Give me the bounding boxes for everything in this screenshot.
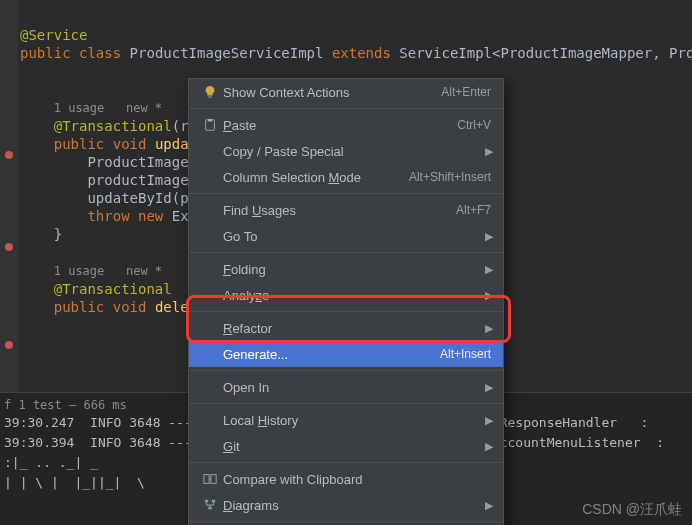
menu-item-label: Open In xyxy=(219,380,491,395)
gutter-override-icon xyxy=(4,150,14,160)
menu-item-label: Local History xyxy=(219,413,491,428)
menu-separator xyxy=(189,193,503,194)
menu-item-label: Paste xyxy=(219,118,457,133)
submenu-arrow-icon: ▶ xyxy=(485,145,493,158)
menu-item-column-selection-mode[interactable]: Column Selection ModeAlt+Shift+Insert xyxy=(189,164,503,190)
menu-shortcut: Ctrl+V xyxy=(457,118,491,132)
menu-item-open-in[interactable]: Open In▶ xyxy=(189,374,503,400)
menu-item-git[interactable]: Git▶ xyxy=(189,433,503,459)
menu-item-label: Copy / Paste Special xyxy=(219,144,491,159)
menu-item-label: Column Selection Mode xyxy=(219,170,409,185)
menu-separator xyxy=(189,462,503,463)
menu-item-label: Compare with Clipboard xyxy=(219,472,491,487)
menu-item-label: Git xyxy=(219,439,491,454)
submenu-arrow-icon: ▶ xyxy=(485,322,493,335)
submenu-arrow-icon: ▶ xyxy=(485,499,493,512)
menu-item-copy-paste-special[interactable]: Copy / Paste Special▶ xyxy=(189,138,503,164)
context-menu[interactable]: Show Context ActionsAlt+EnterPasteCtrl+V… xyxy=(188,78,504,525)
submenu-arrow-icon: ▶ xyxy=(485,230,493,243)
menu-separator xyxy=(189,370,503,371)
menu-item-label: Diagrams xyxy=(219,498,491,513)
menu-shortcut: Alt+F7 xyxy=(456,203,491,217)
compare-icon xyxy=(201,472,219,486)
svg-rect-9 xyxy=(212,500,216,503)
submenu-arrow-icon: ▶ xyxy=(485,414,493,427)
menu-item-refactor[interactable]: Refactor▶ xyxy=(189,315,503,341)
menu-item-label: Folding xyxy=(219,262,491,277)
svg-point-1 xyxy=(5,243,13,251)
menu-item-folding[interactable]: Folding▶ xyxy=(189,256,503,282)
menu-separator xyxy=(189,521,503,522)
menu-separator xyxy=(189,311,503,312)
menu-item-label: Find Usages xyxy=(219,203,456,218)
submenu-arrow-icon: ▶ xyxy=(485,440,493,453)
menu-item-generate[interactable]: Generate...Alt+Insert xyxy=(189,341,503,367)
svg-rect-3 xyxy=(208,96,212,97)
svg-rect-10 xyxy=(208,507,212,510)
menu-item-label: Analyze xyxy=(219,288,491,303)
menu-item-show-context-actions[interactable]: Show Context ActionsAlt+Enter xyxy=(189,79,503,105)
svg-rect-7 xyxy=(211,475,216,484)
submenu-arrow-icon: ▶ xyxy=(485,263,493,276)
svg-rect-6 xyxy=(204,475,209,484)
menu-item-label: Refactor xyxy=(219,321,491,336)
menu-item-label: Generate... xyxy=(219,347,440,362)
menu-item-paste[interactable]: PasteCtrl+V xyxy=(189,112,503,138)
svg-rect-5 xyxy=(208,119,212,122)
annotation: @Service xyxy=(20,27,87,43)
menu-item-compare-with-clipboard[interactable]: Compare with Clipboard xyxy=(189,466,503,492)
svg-point-0 xyxy=(5,151,13,159)
svg-point-2 xyxy=(5,341,13,349)
menu-item-label: Go To xyxy=(219,229,491,244)
diagrams-icon xyxy=(201,498,219,512)
gutter-override-icon xyxy=(4,340,14,350)
submenu-arrow-icon: ▶ xyxy=(485,381,493,394)
menu-separator xyxy=(189,108,503,109)
menu-item-go-to[interactable]: Go To▶ xyxy=(189,223,503,249)
menu-item-local-history[interactable]: Local History▶ xyxy=(189,407,503,433)
gutter-override-icon xyxy=(4,242,14,252)
watermark: CSDN @汪爪蛙 xyxy=(582,501,682,519)
menu-separator xyxy=(189,403,503,404)
menu-shortcut: Alt+Enter xyxy=(441,85,491,99)
bulb-icon xyxy=(201,85,219,99)
svg-rect-8 xyxy=(205,500,209,503)
menu-separator xyxy=(189,252,503,253)
usage-hint: 1 usage new * xyxy=(54,264,162,278)
menu-item-diagrams[interactable]: Diagrams▶ xyxy=(189,492,503,518)
menu-shortcut: Alt+Insert xyxy=(440,347,491,361)
submenu-arrow-icon: ▶ xyxy=(485,289,493,302)
menu-item-find-usages[interactable]: Find UsagesAlt+F7 xyxy=(189,197,503,223)
menu-shortcut: Alt+Shift+Insert xyxy=(409,170,491,184)
menu-item-analyze[interactable]: Analyze▶ xyxy=(189,282,503,308)
paste-icon xyxy=(201,118,219,132)
usage-hint: 1 usage new * xyxy=(54,101,162,115)
menu-item-label: Show Context Actions xyxy=(219,85,441,100)
